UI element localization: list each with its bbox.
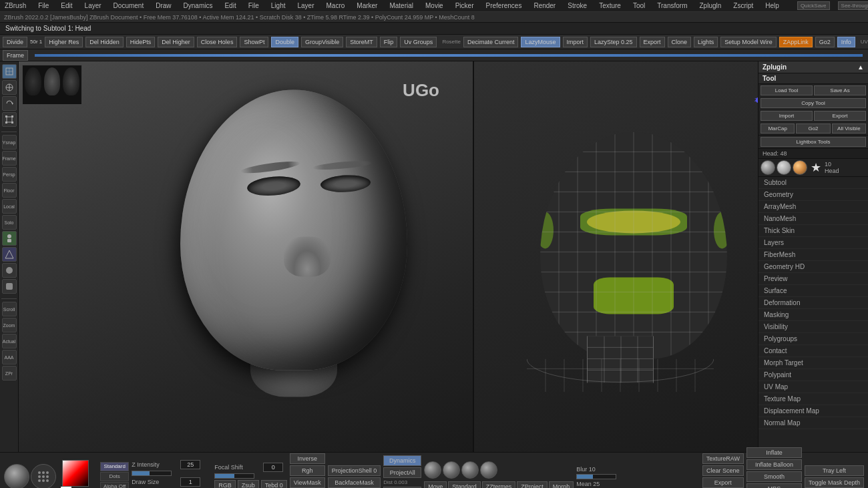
rgb-btn[interactable]: RGB [214,480,236,489]
menu-document[interactable]: Document [112,1,146,10]
decimate-current-btn[interactable]: Decimate Current [463,37,519,47]
dots-mode-btn[interactable]: Dots [100,472,129,481]
subtool-preview[interactable]: Preview [758,273,868,285]
zapp-link-btn[interactable]: ZAppLink [779,37,813,47]
standard-sculpt-btn[interactable]: Standard [448,481,481,489]
color-picker-area[interactable] [59,457,97,489]
menu-texture[interactable]: Texture [597,1,623,10]
subtool-polygroups[interactable]: Polygroups [758,333,868,345]
color-square[interactable] [62,460,89,487]
subtool-contact[interactable]: Contact [758,345,868,357]
lights-btn[interactable]: Lights [694,37,718,47]
lazy-step-btn[interactable]: LazyStep 0.25 [590,37,637,47]
tool-edit[interactable] [2,64,17,79]
zsub-btn[interactable]: Zsub [238,480,259,489]
menu-picker[interactable]: Picker [453,1,476,10]
tool-frame2[interactable]: Frame [2,151,17,166]
subtool-polypaint[interactable]: Polypaint [758,369,868,381]
subtool-arraymesh[interactable]: ArrayMesh [758,201,868,213]
subtool-fibermesh[interactable]: FiberMesh [758,249,868,261]
menu-edit[interactable]: Edit [59,1,74,10]
tool-floor[interactable]: Floor [2,183,17,198]
inverse-btn[interactable]: Inverse [290,453,325,464]
zoom-label[interactable]: Zoom [2,318,17,332]
menu-zplugin[interactable]: Zplugln [697,1,723,10]
menu-material[interactable]: Material [387,1,415,10]
go2-btn[interactable]: Go2 [815,37,835,47]
menu-stroke[interactable]: Stroke [566,1,589,10]
zztermes-ball[interactable] [443,461,460,479]
menu-light2[interactable]: Layer [295,1,316,10]
goz-btn[interactable]: Go2 [796,124,830,134]
divide-btn[interactable]: Divide [3,37,27,47]
subtool-normal-map[interactable]: Normal Map [758,417,868,429]
projection-shell-btn[interactable]: ProjectionShell 0 [328,465,381,476]
subtool-visibility[interactable]: Visibility [758,321,868,333]
clone-btn[interactable]: Clone [668,37,692,47]
mat-orange[interactable] [793,160,807,175]
menu-draw[interactable]: Draw [154,1,173,10]
viewport-main[interactable]: UGo [19,61,473,452]
menu-macro[interactable]: Macro [324,1,347,10]
tool-rotate[interactable] [2,96,17,111]
tray-left-btn[interactable]: Tray Left [805,465,864,476]
all-visible-btn[interactable]: All Visible [832,124,866,134]
smooth-btn[interactable]: Smooth [746,471,802,482]
menu-marker[interactable]: Marker [355,1,379,10]
move-btn[interactable]: Move [424,481,447,489]
setup-model-wire-btn[interactable]: Setup Model Wire [720,37,777,47]
morph-btn[interactable]: Morph [549,481,574,489]
info-btn[interactable]: Info [837,37,855,47]
zpr-label[interactable]: ZPr [2,366,17,381]
menu-tool[interactable]: Tool [631,1,647,10]
brush-preview-dots[interactable] [31,464,56,489]
subtool-geometry-hd[interactable]: Geometry HD [758,261,868,273]
project-all-btn[interactable]: ProjectAll [383,467,421,478]
frame-btn[interactable]: Frame [3,50,28,61]
flip-btn[interactable]: Flip [380,37,398,47]
show-pts-btn[interactable]: ShowPt [240,37,268,47]
rgh-btn[interactable]: Rgh [290,465,325,476]
zplugin-collapse[interactable]: ▲ [857,63,864,71]
menu-dynamics[interactable]: Dynamics [182,1,215,10]
menu-transform[interactable]: Transform [655,1,689,10]
menu-file2[interactable]: File [246,1,261,10]
flatten-ball[interactable] [461,461,479,479]
subtool-layers[interactable]: Layers [758,237,868,249]
mat-grey[interactable] [761,160,775,175]
inflate-ball[interactable] [480,461,497,479]
menu-help[interactable]: Help [763,1,781,10]
claybull-ball[interactable] [424,461,441,479]
mbs-btn[interactable]: MBS [746,483,802,489]
tool-d[interactable] [2,279,17,294]
subtool-subtool[interactable]: Subtool [758,177,868,189]
subtool-nanomesh[interactable]: NanoMesh [758,213,868,225]
actual-label[interactable]: Actual [2,334,17,348]
subtool-deformation[interactable]: Deformation [758,297,868,309]
tebd-btn[interactable]: Tebd 0 [261,480,287,489]
subtool-uv-map[interactable]: UV Map [758,381,868,393]
view-mask-btn[interactable]: ViewMask [290,477,325,488]
subtool-surface[interactable]: Surface [758,285,868,297]
focal-shift-slider[interactable] [214,473,254,479]
backface-mask-btn[interactable]: BackfaceMask [328,477,381,488]
del-hidden-btn[interactable]: Del Hidden [85,37,124,47]
texture-raw-btn[interactable]: TextureRAW [702,453,744,464]
blur-slider[interactable] [576,474,616,479]
load-tool-btn[interactable]: Load Tool [761,85,813,95]
lightbox-btn[interactable]: Lightbox Tools [761,137,866,147]
store-mt-btn[interactable]: StoreMT [346,37,377,47]
z-intensity-slider[interactable] [132,471,172,476]
del-higher-btn[interactable]: Del Higher [158,37,194,47]
subtool-texture-map[interactable]: Texture Map [758,393,868,405]
close-holes-btn[interactable]: Close Holes [197,37,238,47]
lazy-mouse-btn[interactable]: LazyMouse [521,37,560,47]
see-through-btn[interactable]: See-through 0 [838,1,868,10]
tool-persp[interactable]: Persp [2,167,17,182]
hide-pts-btn[interactable]: HidePts [126,37,156,47]
uv-groups-btn[interactable]: Uv Groups [400,37,437,47]
save-as-btn[interactable]: Save As [814,85,866,95]
inflate-balloon-btn[interactable]: Inflate Balloon [746,459,802,470]
marcap-btn[interactable]: MarCap [761,124,795,134]
menu-zbrush[interactable]: ZBrush [3,1,28,10]
